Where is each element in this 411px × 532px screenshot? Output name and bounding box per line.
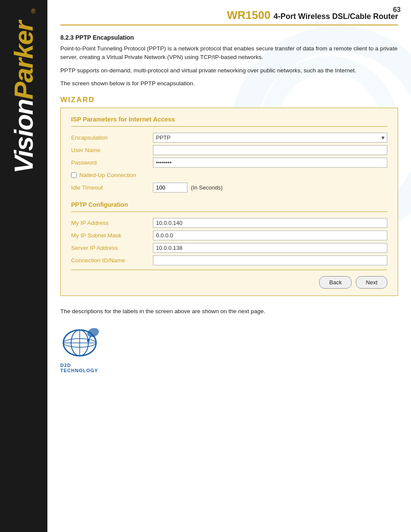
username-input[interactable] <box>153 145 387 155</box>
server-ip-input[interactable] <box>153 243 387 253</box>
paragraph-3: The screen shown below is for PPTP encap… <box>60 79 398 88</box>
d2d-text: D2D TECHNOLOGY <box>60 363 103 373</box>
encapsulation-select[interactable]: PPTP PPPoE RFC 1483 IPoA <box>153 133 387 143</box>
encapsulation-select-wrapper[interactable]: PPTP PPPoE RFC 1483 IPoA ▼ <box>153 133 387 143</box>
nailed-up-label: Nailed-Up Connection <box>79 172 136 178</box>
idle-timeout-unit: (In Seconds) <box>191 184 223 191</box>
section-heading: 8.2.3 PPTP Encapsulation <box>60 34 398 41</box>
isp-header: ISP Parameters for Internet Access <box>71 116 387 127</box>
isp-form-grid: Encapsulation PPTP PPPoE RFC 1483 IPoA ▼… <box>71 133 387 193</box>
my-ip-input[interactable] <box>153 218 387 228</box>
wizard-label: WIZARD <box>60 96 398 104</box>
paragraph-2: PPTP supports on-demand, multi-protocol … <box>60 66 398 75</box>
password-label: Password <box>71 159 149 166</box>
page-number: 63 <box>393 6 401 14</box>
wizard-box: ISP Parameters for Internet Access Encap… <box>60 108 398 296</box>
svg-point-5 <box>86 327 100 339</box>
server-ip-label: Server IP Address <box>71 245 149 251</box>
nailed-up-checkbox[interactable] <box>71 172 77 178</box>
buttons-row: Back Next <box>71 270 387 290</box>
sidebar: ® VisionParker <box>0 0 47 532</box>
idle-timeout-label: Idle Timeout <box>71 184 149 191</box>
connection-id-label: Connection ID/Name <box>71 257 149 264</box>
nailed-up-row: Nailed-Up Connection <box>71 172 387 178</box>
brand-logo: VisionParker <box>10 22 37 174</box>
my-ip-subnet-label: My IP Subnet Mask <box>71 232 149 239</box>
password-input[interactable] <box>153 158 387 168</box>
model-name: WR1500 <box>227 9 271 22</box>
svg-point-7 <box>87 339 90 342</box>
connection-id-input[interactable] <box>153 255 387 265</box>
registered-symbol: ® <box>31 8 35 15</box>
d2d-emblem: D2D TECHNOLOGY <box>60 325 103 359</box>
paragraph-1: Point-to-Point Tunneling Protocol (PPTP)… <box>60 44 398 62</box>
next-button[interactable]: Next <box>356 276 387 289</box>
back-button[interactable]: Back <box>319 276 352 289</box>
footer-text: The descriptions for the labels in the s… <box>60 308 398 314</box>
pptp-form-grid: My IP Address My IP Subnet Mask Server I… <box>71 218 387 265</box>
idle-timeout-group: (In Seconds) <box>153 183 387 193</box>
my-ip-label: My IP Address <box>71 220 149 226</box>
my-ip-subnet-input[interactable] <box>153 230 387 240</box>
encapsulation-label: Encapsulation <box>71 134 149 141</box>
page-header: WR1500 4-Port Wireless DSL/Cable Router <box>60 9 398 25</box>
username-label: User Name <box>71 147 149 153</box>
pptp-config-header: PPTP Configuration <box>71 197 387 212</box>
idle-timeout-input[interactable] <box>153 183 187 193</box>
header-title: WR1500 4-Port Wireless DSL/Cable Router <box>227 9 398 22</box>
d2d-logo-area: D2D TECHNOLOGY <box>60 325 398 359</box>
model-subtitle: 4-Port Wireless DSL/Cable Router <box>274 12 398 21</box>
